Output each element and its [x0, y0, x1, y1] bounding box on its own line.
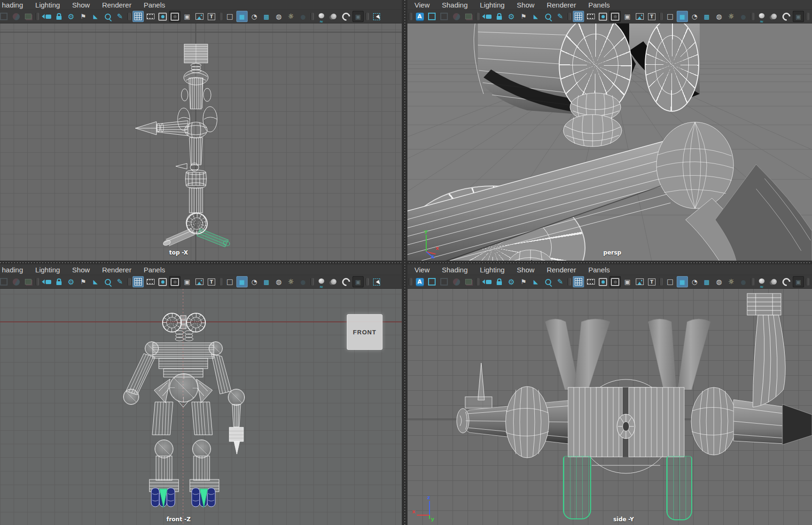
menu-view[interactable]: View [408, 266, 436, 274]
smooth-shade-icon[interactable]: ■ [677, 11, 688, 22]
xray-icon[interactable]: ◍ [273, 11, 284, 22]
lock-camera-icon[interactable] [53, 276, 64, 287]
wireframe-icon[interactable]: □ [664, 276, 676, 287]
gate-mask-icon[interactable] [157, 11, 168, 22]
camera-attributes-icon[interactable]: ⚙ [506, 276, 517, 287]
isolate-select-icon[interactable]: ▣ [793, 11, 804, 22]
marquee-select-icon[interactable] [371, 276, 382, 287]
smooth-shade-icon[interactable]: ■ [236, 276, 248, 287]
use-default-material-icon[interactable]: ▩ [261, 11, 272, 22]
select-by-name-icon[interactable]: A [414, 11, 425, 22]
pie-sphere-icon[interactable] [10, 276, 22, 287]
text-hud-icon[interactable]: T [646, 276, 657, 287]
isolate-select-icon[interactable]: ▣ [352, 11, 364, 22]
menu-lighting[interactable]: Lighting [29, 1, 66, 9]
lights-icon[interactable]: ☼ [285, 276, 297, 287]
shadows-icon[interactable] [756, 276, 767, 287]
camera-attributes-icon[interactable]: ⚙ [506, 11, 517, 22]
field-chart-icon[interactable] [609, 11, 621, 22]
frame-selection-icon[interactable] [438, 276, 450, 287]
menu-hading[interactable]: hading [0, 1, 29, 9]
frame-selection-icon[interactable] [438, 11, 450, 22]
camera-attributes-icon[interactable]: ⚙ [65, 276, 77, 287]
safe-action-icon[interactable]: ▣ [622, 276, 633, 287]
gate-mask-icon[interactable] [597, 11, 609, 22]
wireframe-icon[interactable]: □ [664, 11, 676, 22]
menu-show[interactable]: Show [511, 266, 541, 274]
select-by-name-icon[interactable]: A [414, 276, 425, 287]
frame-all-icon[interactable] [426, 11, 437, 22]
grease-pencil-icon[interactable]: ✎ [554, 11, 566, 22]
motion-blur-icon[interactable] [340, 11, 351, 22]
shadows-off-icon[interactable]: ● [297, 11, 309, 22]
motion-blur-icon[interactable] [340, 276, 351, 287]
shadows-icon[interactable] [756, 11, 767, 22]
occlusion-icon[interactable] [768, 11, 780, 22]
textured-icon[interactable]: ◔ [249, 276, 260, 287]
frame-all-icon[interactable] [426, 276, 437, 287]
occlusion-icon[interactable] [328, 276, 339, 287]
isolate-select-icon[interactable]: ▣ [352, 276, 364, 287]
select-camera-icon[interactable] [481, 11, 492, 22]
field-chart-icon[interactable] [169, 11, 180, 22]
use-default-material-icon[interactable]: ▩ [701, 11, 712, 22]
grease-pencil-icon[interactable]: ✎ [554, 276, 566, 287]
image-plane-icon[interactable]: ◣ [90, 276, 101, 287]
motion-blur-icon[interactable] [781, 11, 792, 22]
marquee-select-icon[interactable] [371, 11, 382, 22]
text-hud-icon[interactable]: T [206, 276, 217, 287]
lock-camera-icon[interactable] [493, 11, 505, 22]
menu-view[interactable]: View [408, 1, 436, 9]
grease-pencil-icon[interactable]: ✎ [114, 11, 125, 22]
menu-renderer[interactable]: Renderer [540, 266, 582, 274]
bookmarks-icon[interactable]: ⚑ [78, 276, 89, 287]
use-default-material-icon[interactable]: ▩ [701, 276, 712, 287]
gate-mask-icon[interactable] [157, 276, 168, 287]
image-stack-icon[interactable] [23, 276, 34, 287]
shadows-off-icon[interactable]: ● [297, 276, 309, 287]
shadows-off-icon[interactable]: ● [738, 11, 749, 22]
wireframe-icon[interactable]: □ [224, 276, 235, 287]
menu-show[interactable]: Show [66, 266, 96, 274]
frame-selection-icon[interactable] [0, 276, 9, 287]
safe-title-icon[interactable] [194, 11, 205, 22]
pan-zoom-icon[interactable] [542, 276, 554, 287]
image-plane-icon[interactable]: ◣ [90, 11, 101, 22]
resolution-gate-icon[interactable] [145, 11, 156, 22]
safe-action-icon[interactable]: ▣ [181, 11, 193, 22]
bookmarks-icon[interactable]: ⚑ [518, 276, 529, 287]
safe-action-icon[interactable]: ▣ [181, 276, 193, 287]
pie-sphere-icon[interactable] [451, 276, 462, 287]
image-plane-icon[interactable]: ◣ [530, 11, 541, 22]
occlusion-icon[interactable] [328, 11, 339, 22]
motion-blur-icon[interactable] [781, 276, 792, 287]
occlusion-icon[interactable] [768, 276, 780, 287]
menu-shading[interactable]: Shading [436, 1, 474, 9]
safe-title-icon[interactable] [194, 276, 205, 287]
menu-show[interactable]: Show [66, 1, 96, 9]
wireframe-icon[interactable]: □ [224, 11, 235, 22]
pie-sphere-icon[interactable] [10, 11, 22, 22]
select-camera-icon[interactable] [41, 276, 52, 287]
bookmarks-icon[interactable]: ⚑ [518, 11, 529, 22]
menu-shading[interactable]: Shading [436, 266, 474, 274]
viewport-canvas-top[interactable]: top -X [0, 23, 402, 261]
field-chart-icon[interactable] [609, 276, 621, 287]
menu-panels[interactable]: Panels [582, 266, 616, 274]
resolution-gate-icon[interactable] [145, 276, 156, 287]
safe-action-icon[interactable]: ▣ [622, 11, 633, 22]
menu-renderer[interactable]: Renderer [96, 266, 138, 274]
viewport-canvas-front[interactable]: FRONT front -Z [0, 289, 402, 525]
safe-title-icon[interactable] [634, 11, 645, 22]
panel-divider-vertical[interactable] [402, 0, 407, 525]
image-stack-icon[interactable] [23, 11, 34, 22]
image-plane-icon[interactable]: ◣ [530, 276, 541, 287]
xray-icon[interactable]: ◍ [713, 276, 725, 287]
text-hud-icon[interactable]: T [646, 11, 657, 22]
viewport-canvas-persp[interactable]: y x z persp [407, 23, 812, 261]
text-hud-icon[interactable]: T [206, 11, 217, 22]
lock-camera-icon[interactable] [493, 276, 505, 287]
resolution-gate-icon[interactable] [585, 276, 596, 287]
xray-icon[interactable]: ◍ [713, 11, 725, 22]
menu-hading[interactable]: hading [0, 266, 29, 274]
